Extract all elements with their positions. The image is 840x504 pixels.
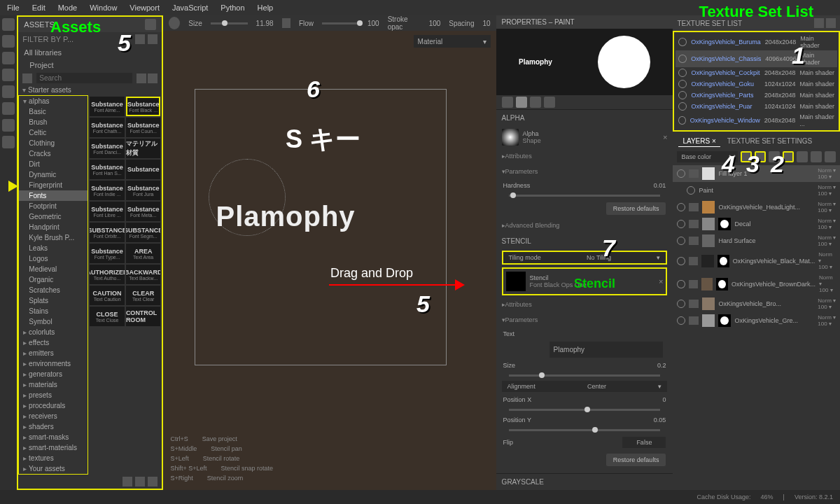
folder-icon[interactable] (148, 34, 158, 44)
layer-row[interactable]: OxKingsVehicle_HeadLight...Norm ▾100 ▾ (673, 199, 840, 216)
category-materials[interactable]: materials (19, 379, 88, 390)
texture-set-row[interactable]: OxKingsVehicle_Goku1024x1024Main shader (676, 78, 837, 90)
alignment-dropdown[interactable]: AlignmentCenter▾ (502, 381, 668, 392)
menu-window[interactable]: Window (90, 4, 117, 12)
brush-preset-icon[interactable] (169, 17, 180, 29)
all-libraries[interactable]: All libraries (18, 46, 162, 59)
eye-icon[interactable] (678, 55, 687, 63)
eye-icon[interactable] (678, 116, 685, 125)
eye-icon[interactable] (677, 220, 685, 228)
menu-python[interactable]: Python (220, 4, 244, 12)
eye-icon[interactable] (678, 102, 687, 111)
menu-file[interactable]: File (7, 4, 20, 12)
new-icon[interactable] (135, 477, 145, 486)
category-smart-materials[interactable]: smart-materials (19, 442, 88, 453)
category-alphas[interactable]: alphas (19, 96, 88, 106)
brush-mode-icon[interactable] (502, 97, 513, 108)
menu-edit[interactable]: Edit (32, 4, 46, 12)
eraser-tool-icon[interactable] (2, 35, 15, 48)
texture-mode-icon[interactable] (544, 97, 555, 108)
category-handprint[interactable]: Handprint (19, 222, 88, 232)
fill-tool-icon[interactable] (2, 69, 15, 81)
delete-layer-icon[interactable] (825, 151, 836, 162)
font-asset[interactable]: CONTROL ROOM (126, 307, 161, 326)
eye-icon[interactable] (677, 203, 685, 211)
font-asset[interactable]: AREAText Area (126, 244, 161, 263)
layer-row[interactable]: PaintNorm ▾100 ▾ (673, 182, 840, 199)
eye-icon[interactable] (678, 80, 687, 88)
category-procedurals[interactable]: procedurals (19, 400, 88, 411)
clear-stencil-icon[interactable]: × (659, 277, 663, 286)
material-dropdown[interactable]: Material▾ (414, 35, 491, 48)
font-asset[interactable]: SubstanceFont Indie ... (90, 181, 125, 200)
texture-set-row[interactable]: OxKingsVehicle_Puar1024x1024Main shader (676, 101, 837, 112)
category-leaks[interactable]: Leaks (19, 243, 88, 253)
import-icon[interactable] (122, 477, 132, 486)
stencil-resource[interactable]: StencilFont Black Ops One × (502, 267, 668, 295)
folder-icon[interactable] (689, 300, 699, 308)
menu-mode[interactable]: Mode (58, 4, 78, 12)
alpha-resource[interactable]: AlphaShape × (496, 126, 673, 148)
category-textures[interactable]: textures (19, 453, 88, 463)
font-asset[interactable]: SUBSTANCEFont Segm... (126, 223, 161, 242)
layer-row[interactable]: OxKingsVehicle_BrownDark...Norm ▾100 ▾ (673, 272, 840, 295)
add-icon[interactable] (148, 477, 158, 486)
settings-icon[interactable] (814, 18, 824, 28)
category-smart-masks[interactable]: smart-masks (19, 432, 88, 442)
layer-mask[interactable] (718, 314, 731, 327)
font-asset[interactable]: SubstanceFont Alme... (90, 97, 125, 116)
category-brush[interactable]: Brush (19, 117, 88, 127)
grid-view-icon[interactable] (148, 74, 158, 83)
category-receivers[interactable]: receivers (19, 411, 88, 421)
category-basic[interactable]: Basic (19, 106, 88, 117)
material-picker-icon[interactable] (2, 119, 15, 132)
close-icon[interactable] (145, 19, 156, 30)
smudge-tool-icon[interactable] (2, 85, 15, 98)
font-asset[interactable]: SubstanceFont Han S... (90, 160, 125, 179)
eye-icon[interactable] (677, 300, 685, 308)
restore-defaults-button[interactable]: Restore defaults (606, 202, 666, 215)
category-scratches[interactable]: Scratches (19, 285, 88, 295)
size-slider[interactable] (509, 374, 661, 377)
home-icon[interactable] (135, 34, 145, 44)
layer-mask[interactable] (716, 278, 728, 290)
font-asset[interactable]: SubstanceFont Jura (126, 181, 161, 200)
eye-icon[interactable] (677, 237, 685, 245)
projection-tool-icon[interactable] (2, 52, 15, 64)
channel-select[interactable]: Base color (677, 151, 738, 162)
add-effect-icon[interactable] (769, 151, 780, 162)
category-fingerprint[interactable]: Fingerprint (19, 180, 88, 190)
font-asset[interactable]: SubstanceFont Coun... (126, 118, 161, 137)
font-asset[interactable]: SubstanceFont Meta... (126, 202, 161, 221)
posy-slider[interactable] (509, 429, 661, 431)
menu-help[interactable]: Help (258, 4, 274, 12)
texture-set-row[interactable]: OxKingsVehicle_Parts2048x2048Main shader (676, 90, 837, 101)
category-splats[interactable]: Splats (19, 295, 88, 306)
layer-row[interactable]: OxKingsVehicle_Bro...Norm ▾100 ▾ (673, 295, 840, 312)
font-asset[interactable]: SubstanceFont Libre ... (90, 202, 125, 221)
menu-javascript[interactable]: JavaScript (172, 4, 208, 12)
filter-icon[interactable] (22, 74, 32, 83)
polygon-fill-icon[interactable] (2, 136, 15, 148)
layer-row[interactable]: OxKingsVehicle_Gre...Norm ▾100 ▾ (673, 312, 840, 329)
eye-icon[interactable] (678, 91, 687, 99)
category-shaders[interactable]: shaders (19, 421, 88, 432)
folder-layer-icon[interactable] (811, 151, 822, 162)
group-icon[interactable] (797, 151, 808, 162)
tab-texture-set-settings[interactable]: TEXTURE SET SETTINGS (723, 136, 817, 147)
layer-row[interactable]: Hard SurfaceNorm ▾100 ▾ (673, 232, 840, 249)
layer-row[interactable]: DecalNorm ▾100 ▾ (673, 216, 840, 232)
font-asset[interactable]: SubstanceFont Black ... (126, 97, 161, 116)
eye-icon[interactable] (677, 316, 685, 325)
category-Your assets[interactable]: Your assets (19, 463, 88, 474)
hardness-slider[interactable] (509, 195, 661, 197)
folder-icon[interactable] (689, 169, 699, 178)
texture-set-row[interactable]: OxKingsVehicle_Window2048x2048Main shade… (676, 112, 837, 129)
stencil-mode-icon[interactable] (530, 97, 541, 108)
flip-toggle[interactable]: False (622, 437, 666, 448)
eye-icon[interactable] (687, 186, 695, 195)
list-view-icon[interactable] (136, 74, 146, 83)
search-input[interactable] (36, 73, 132, 83)
category-geometric[interactable]: Geometric (19, 211, 88, 222)
category-fonts[interactable]: Fonts (19, 190, 88, 201)
